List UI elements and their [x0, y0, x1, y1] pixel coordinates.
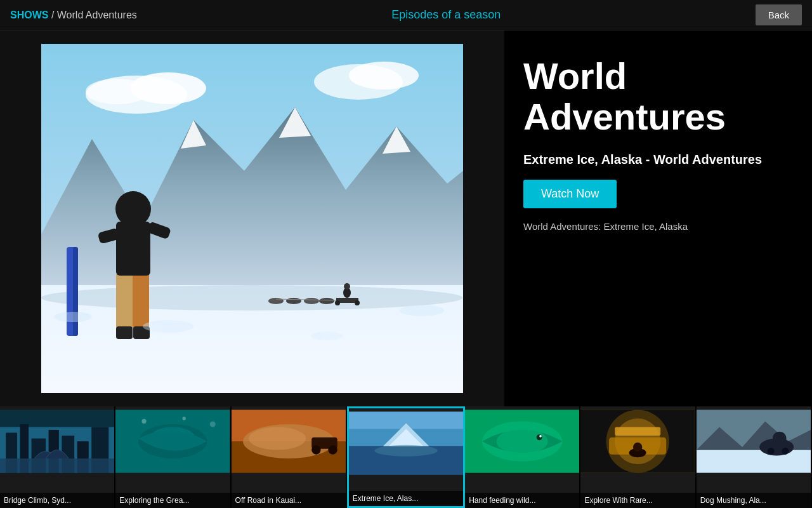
svg-point-89	[767, 448, 774, 455]
svg-rect-31	[116, 326, 133, 339]
svg-point-34	[143, 320, 193, 333]
svg-point-82	[633, 443, 642, 451]
show-title: World Adventures	[523, 56, 793, 137]
svg-point-90	[782, 448, 789, 455]
featured-image	[41, 44, 463, 393]
svg-rect-23	[116, 272, 133, 330]
svg-point-35	[400, 305, 444, 316]
thumbnail-label-0: Bridge Climb, Syd...	[0, 493, 114, 508]
thumbnail-image-3	[349, 408, 463, 478]
svg-point-17	[335, 300, 340, 305]
page-title: Episodes of a season	[391, 8, 501, 22]
main-content: World Adventures Extreme Ice, Alaska - W…	[0, 30, 812, 406]
svg-point-26	[115, 191, 151, 227]
svg-point-12	[268, 298, 284, 304]
thumbnail-item-0[interactable]: Bridge Climb, Syd...	[0, 406, 115, 508]
top-bar: SHOWS / World Adventures Episodes of a s…	[0, 0, 812, 30]
thumbnail-label-6: Dog Mushing, Ala...	[697, 493, 811, 508]
svg-point-52	[183, 417, 186, 420]
svg-point-88	[773, 432, 787, 446]
thumbnail-item-5[interactable]: Explore With Rare...	[580, 406, 696, 508]
thumbnail-label-2: Off Road in Kauai...	[232, 493, 346, 508]
thumbnail-image-2	[232, 406, 346, 476]
shows-link[interactable]: SHOWS	[10, 10, 48, 20]
svg-rect-85	[697, 450, 811, 473]
svg-point-3	[86, 79, 149, 104]
breadcrumb: SHOWS / World Adventures	[10, 10, 137, 21]
svg-rect-24	[133, 272, 149, 330]
svg-point-72	[497, 429, 548, 454]
thumbnail-image-5	[580, 406, 695, 476]
svg-point-15	[319, 298, 334, 304]
watch-now-button[interactable]: Watch Now	[523, 180, 617, 208]
thumbnail-item-3[interactable]: Extreme Ice, Alas...	[347, 406, 465, 508]
episode-title: Extreme Ice, Alaska - World Adventures	[523, 152, 793, 167]
svg-rect-46	[0, 458, 114, 473]
svg-point-58	[249, 427, 306, 450]
episode-description: World Adventures: Extreme Ice, Alaska	[523, 221, 793, 232]
svg-point-11	[41, 285, 462, 311]
current-show: World Adventures	[57, 10, 137, 20]
thumbnail-image-0	[0, 406, 114, 476]
svg-point-61	[328, 445, 337, 454]
svg-point-5	[349, 62, 419, 90]
info-panel: World Adventures Extreme Ice, Alaska - W…	[504, 30, 812, 406]
thumbnail-image-1	[115, 406, 230, 476]
thumbnail-image-4	[465, 406, 579, 476]
svg-point-20	[344, 283, 350, 290]
thumbnail-label-3: Extreme Ice, Alas...	[349, 491, 463, 506]
svg-point-14	[304, 298, 319, 304]
svg-point-60	[311, 445, 320, 454]
thumbnail-image-6	[697, 406, 811, 476]
thumbnail-label-1: Exploring the Grea...	[115, 493, 230, 508]
thumbnail-label-5: Explore With Rare...	[580, 493, 695, 508]
svg-point-53	[210, 421, 216, 427]
svg-point-36	[311, 331, 343, 340]
thumbnail-label-4: Hand feeding wild...	[465, 493, 579, 508]
thumbnail-item-1[interactable]: Exploring the Grea...	[115, 406, 231, 508]
svg-point-51	[142, 419, 147, 424]
thumbnail-item-4[interactable]: Hand feeding wild...	[465, 406, 580, 508]
thumbnails-row: Bridge Climb, Syd... Exploring the Grea.…	[0, 406, 812, 508]
thumbnail-item-2[interactable]: Off Road in Kauai...	[232, 406, 347, 508]
svg-point-73	[537, 434, 542, 440]
svg-point-33	[54, 312, 92, 322]
thumbnail-item-6[interactable]: Dog Mushing, Ala...	[697, 406, 812, 508]
svg-rect-25	[116, 222, 150, 276]
svg-rect-30	[73, 247, 78, 336]
featured-image-container	[0, 30, 504, 406]
svg-rect-79	[615, 427, 660, 436]
svg-point-74	[539, 435, 542, 438]
svg-point-18	[355, 300, 360, 305]
back-button[interactable]: Back	[756, 4, 802, 25]
svg-point-68	[374, 445, 437, 457]
svg-point-13	[286, 298, 301, 304]
